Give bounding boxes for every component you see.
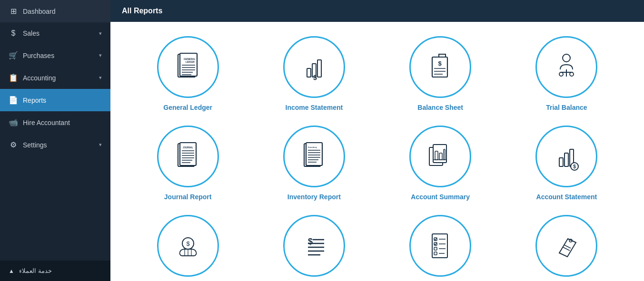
report-card-partial-2[interactable]: $ [256,215,372,277]
report-label-general-ledger: General Ledger [163,104,212,111]
report-circle-partial-1[interactable]: $ [157,215,219,277]
income-statement-icon: $ [297,50,331,84]
purchases-icon: 🛒 [9,51,18,60]
page-title: All Reports [122,7,162,15]
svg-rect-70 [434,252,437,255]
sidebar-item-sales[interactable]: $ Sales ▾ [0,22,110,44]
dollar-lines-icon: $ [297,229,331,262]
report-circle-income-statement[interactable]: $ [283,36,345,98]
svg-text:Inventory: Inventory [308,146,317,148]
report-card-account-summary[interactable]: Account Summary [382,126,499,201]
svg-text:$: $ [574,164,576,169]
sidebar-item-label: Reports [23,97,46,104]
svg-text:$: $ [438,60,442,67]
report-label-inventory-report: Inventory Report [287,193,341,201]
chevron-down-icon: ▾ [99,52,102,58]
sidebar-item-label: Accounting [23,74,56,82]
accounting-icon: 📋 [9,73,18,82]
sidebar-item-reports[interactable]: 📄 Reports [0,89,110,111]
sidebar-bottom-customer-service[interactable]: ▲ خدمة العملاء [0,261,110,281]
sidebar-item-hire-accountant[interactable]: 📹 Hire Accountant [0,111,110,134]
reports-grid-container: GENERAL LEDGER General Ledger [110,22,644,281]
report-circle-partial-4[interactable] [535,215,597,277]
reports-grid: GENERAL LEDGER General Ledger [129,36,625,277]
sidebar-item-label: Purchases [23,52,54,59]
svg-text:$: $ [308,237,313,246]
price-tag-icon [550,229,583,262]
expand-icon: ▲ [9,268,14,274]
report-card-general-ledger[interactable]: GENERAL LEDGER General Ledger [129,36,246,111]
svg-text:$: $ [186,240,190,247]
page-header: All Reports [110,0,644,22]
report-circle-general-ledger[interactable]: GENERAL LEDGER [157,36,219,98]
report-circle-partial-3[interactable] [409,215,471,277]
hire-accountant-icon: 📹 [9,118,18,127]
sidebar-item-purchases[interactable]: 🛒 Purchases ▾ [0,44,110,67]
checklist-icon [424,229,457,262]
sidebar-item-label: Sales [23,29,40,37]
sidebar-item-label: Settings [23,141,47,149]
journal-report-icon: JOURNAL [171,140,205,173]
chevron-down-icon: ▾ [99,142,102,148]
report-card-trial-balance[interactable]: Trial Balance [508,36,625,111]
svg-text:JOURNAL: JOURNAL [183,146,193,149]
report-circle-trial-balance[interactable] [535,36,597,98]
svg-rect-1 [180,53,197,76]
report-card-partial-4[interactable] [508,215,625,277]
report-label-income-statement: Income Statement [286,104,343,111]
svg-line-74 [564,245,571,248]
report-circle-balance-sheet[interactable]: $ [409,36,471,98]
report-card-journal-report[interactable]: JOURNAL Journal Report [129,126,246,201]
sidebar-item-label: Dashboard [23,8,56,15]
report-card-balance-sheet[interactable]: $ Balance Sheet [382,36,499,111]
report-card-account-statement[interactable]: $ Account Statement [508,126,625,201]
svg-rect-47 [559,158,563,166]
general-ledger-icon: GENERAL LEDGER [171,50,205,84]
report-card-partial-3[interactable] [382,215,499,277]
report-circle-inventory-report[interactable]: Inventory [283,126,345,187]
svg-text:GENERAL: GENERAL [184,58,195,60]
svg-text:LEDGER: LEDGER [186,61,195,63]
account-statement-icon: $ [550,140,583,173]
report-card-inventory-report[interactable]: Inventory Inventory Report [256,126,372,201]
account-summary-icon [424,140,457,173]
main-content: All Reports GENERAL LEDGER [110,0,644,281]
svg-rect-11 [317,60,321,77]
sidebar-item-settings[interactable]: ⚙ Settings ▾ [0,134,110,156]
sidebar-item-label: Hire Accountant [23,119,70,126]
report-label-balance-sheet: Balance Sheet [417,104,463,111]
report-card-partial-1[interactable]: $ [129,215,246,277]
report-circle-journal-report[interactable]: JOURNAL [157,126,219,187]
sidebar: ⊞ Dashboard $ Sales ▾ 🛒 Purchases ▾ 📋 Ac… [0,0,110,281]
report-label-account-statement: Account Statement [536,193,597,201]
sales-icon: $ [9,29,18,38]
report-label-journal-report: Journal Report [164,193,212,201]
report-label-trial-balance: Trial Balance [546,104,587,111]
chevron-down-icon: ▾ [99,30,102,37]
inventory-report-icon: Inventory [297,140,331,173]
report-circle-account-summary[interactable] [409,126,471,187]
sidebar-item-accounting[interactable]: 📋 Accounting ▾ [0,67,110,89]
balance-sheet-icon: $ [424,50,457,84]
customer-service-label: خدمة العملاء [19,267,52,274]
svg-rect-48 [565,153,568,166]
chevron-down-icon: ▾ [99,75,102,81]
report-card-income-statement[interactable]: $ Income Statement [256,36,372,111]
reports-icon: 📄 [9,96,18,105]
dashboard-icon: ⊞ [9,7,18,16]
svg-point-18 [563,54,570,62]
svg-line-73 [563,247,570,251]
report-label-account-summary: Account Summary [411,193,470,201]
report-circle-partial-2[interactable]: $ [283,215,345,277]
svg-text:$: $ [313,74,317,81]
hand-coin-icon: $ [171,229,205,262]
svg-rect-68 [434,247,437,250]
report-circle-account-statement[interactable]: $ [535,126,597,187]
svg-point-22 [570,72,574,76]
trial-balance-icon [550,50,583,84]
svg-rect-9 [307,68,311,77]
svg-point-21 [559,72,563,76]
sidebar-item-dashboard[interactable]: ⊞ Dashboard [0,0,110,22]
settings-icon: ⚙ [9,140,18,149]
